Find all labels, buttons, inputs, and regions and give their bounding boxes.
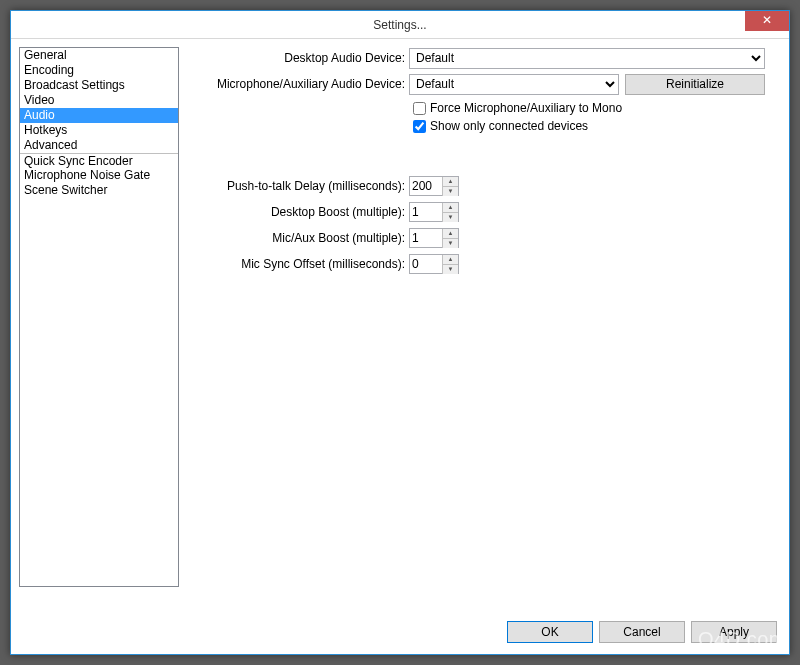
sidebar-item-video[interactable]: Video <box>20 93 178 108</box>
titlebar: Settings... ✕ <box>11 11 789 39</box>
desktop-boost-label: Desktop Boost (multiple): <box>189 205 409 219</box>
force-mono-label[interactable]: Force Microphone/Auxiliary to Mono <box>430 101 622 115</box>
dialog-body: GeneralEncodingBroadcast SettingsVideoAu… <box>19 47 781 612</box>
force-mono-checkbox[interactable] <box>413 102 426 115</box>
sidebar-item-general[interactable]: General <box>20 48 178 63</box>
show-connected-checkbox[interactable] <box>413 120 426 133</box>
close-icon: ✕ <box>762 13 772 27</box>
ptt-delay-input[interactable] <box>410 177 442 195</box>
spin-down-icon[interactable]: ▼ <box>442 213 458 222</box>
desktop-audio-select[interactable]: Default <box>409 48 765 69</box>
micaux-boost-spinner[interactable]: ▲▼ <box>409 228 459 248</box>
spin-down-icon[interactable]: ▼ <box>442 265 458 274</box>
spin-up-icon[interactable]: ▲ <box>442 177 458 187</box>
audio-settings-panel: Desktop Audio Device: Default Microphone… <box>189 47 781 612</box>
micaux-boost-input[interactable] <box>410 229 442 247</box>
dialog-footer: OK Cancel Apply <box>11 618 789 646</box>
mic-aux-select[interactable]: Default <box>409 74 619 95</box>
show-connected-label[interactable]: Show only connected devices <box>430 119 588 133</box>
spin-down-icon[interactable]: ▼ <box>442 187 458 196</box>
sidebar-item-encoding[interactable]: Encoding <box>20 63 178 78</box>
spin-up-icon[interactable]: ▲ <box>442 255 458 265</box>
spin-down-icon[interactable]: ▼ <box>442 239 458 248</box>
sidebar-item-quick-sync-encoder[interactable]: Quick Sync Encoder <box>20 153 178 168</box>
desktop-boost-spinner[interactable]: ▲▼ <box>409 202 459 222</box>
ok-button[interactable]: OK <box>507 621 593 643</box>
ptt-delay-label: Push-to-talk Delay (milliseconds): <box>189 179 409 193</box>
desktop-boost-input[interactable] <box>410 203 442 221</box>
category-list[interactable]: GeneralEncodingBroadcast SettingsVideoAu… <box>19 47 179 587</box>
cancel-button[interactable]: Cancel <box>599 621 685 643</box>
reinitialize-button[interactable]: Reinitialize <box>625 74 765 95</box>
sidebar-item-advanced[interactable]: Advanced <box>20 138 178 153</box>
sidebar-item-microphone-noise-gate[interactable]: Microphone Noise Gate <box>20 168 178 183</box>
mic-aux-label: Microphone/Auxiliary Audio Device: <box>189 77 409 91</box>
desktop-audio-label: Desktop Audio Device: <box>189 51 409 65</box>
apply-button[interactable]: Apply <box>691 621 777 643</box>
sidebar-item-audio[interactable]: Audio <box>20 108 178 123</box>
settings-dialog: Settings... ✕ GeneralEncodingBroadcast S… <box>10 10 790 655</box>
spin-up-icon[interactable]: ▲ <box>442 229 458 239</box>
ptt-delay-spinner[interactable]: ▲▼ <box>409 176 459 196</box>
window-title: Settings... <box>373 18 426 32</box>
sidebar-item-scene-switcher[interactable]: Scene Switcher <box>20 183 178 198</box>
micaux-boost-label: Mic/Aux Boost (multiple): <box>189 231 409 245</box>
mic-sync-spinner[interactable]: ▲▼ <box>409 254 459 274</box>
sidebar-item-broadcast-settings[interactable]: Broadcast Settings <box>20 78 178 93</box>
spin-up-icon[interactable]: ▲ <box>442 203 458 213</box>
mic-sync-input[interactable] <box>410 255 442 273</box>
sidebar-item-hotkeys[interactable]: Hotkeys <box>20 123 178 138</box>
close-button[interactable]: ✕ <box>745 11 789 31</box>
mic-sync-label: Mic Sync Offset (milliseconds): <box>189 257 409 271</box>
